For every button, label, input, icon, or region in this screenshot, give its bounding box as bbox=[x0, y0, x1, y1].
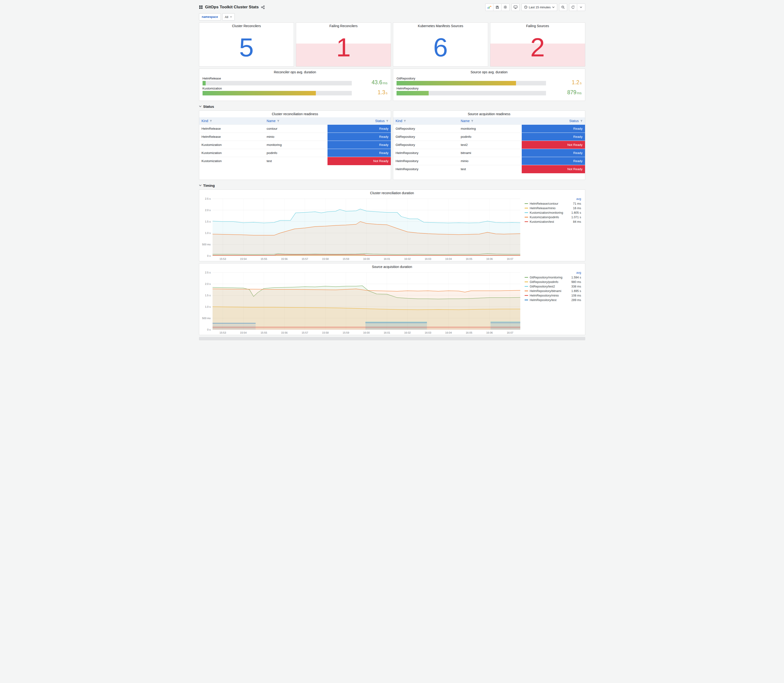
legend-item[interactable]: HelmRepository/test289 ms bbox=[524, 298, 581, 302]
column-header-name[interactable]: Name bbox=[264, 117, 327, 125]
legend-avg-header[interactable]: avg bbox=[524, 271, 581, 274]
series-color-swatch bbox=[524, 286, 528, 287]
svg-text:16:04: 16:04 bbox=[445, 258, 452, 260]
svg-text:16:01: 16:01 bbox=[383, 331, 390, 334]
cell-kind: HelmRepository bbox=[393, 165, 459, 173]
timeseries-plot[interactable]: 15:5315:5415:5515:5615:5715:5815:5916:00… bbox=[199, 270, 524, 335]
next-row-edge-strip bbox=[199, 337, 585, 340]
svg-text:15:55: 15:55 bbox=[260, 258, 267, 260]
legend-item[interactable]: GitRepository/monitoring1.594 s bbox=[524, 275, 581, 280]
panel-title[interactable]: Cluster reconciliation duration bbox=[199, 190, 585, 196]
gauge-label: HelmRepository bbox=[396, 87, 546, 90]
add-panel-button[interactable] bbox=[485, 3, 494, 11]
save-dashboard-button[interactable] bbox=[494, 3, 502, 11]
column-header-status[interactable]: Status bbox=[327, 117, 391, 125]
dashboard-title: GitOps Toolkit Cluster Stats bbox=[205, 5, 259, 10]
panel-title[interactable]: Source acquisition duration bbox=[199, 263, 585, 270]
svg-text:16:07: 16:07 bbox=[507, 258, 513, 260]
cell-kind: HelmRepository bbox=[393, 149, 459, 157]
legend-item[interactable]: HelmRelease/contour71 ms bbox=[524, 201, 581, 206]
status-badge: Ready bbox=[522, 125, 585, 133]
status-badge: Not Ready bbox=[327, 157, 391, 165]
svg-text:16:02: 16:02 bbox=[404, 258, 411, 260]
stat-value: 1 bbox=[296, 28, 391, 66]
panel-title[interactable]: Source acquisition readiness bbox=[393, 111, 585, 117]
tv-mode-button[interactable] bbox=[511, 3, 519, 11]
section-row-status[interactable]: Status bbox=[199, 103, 585, 110]
svg-text:500 ms: 500 ms bbox=[202, 243, 211, 246]
chart-legend: avg GitRepository/monitoring1.594 s GitR… bbox=[524, 270, 585, 335]
cell-name: test2 bbox=[459, 141, 522, 149]
gauge-label: Kustomization bbox=[202, 87, 352, 90]
gauge-panel-reconciler-ops: Reconciler ops avg. duration HelmRelease… bbox=[199, 69, 391, 101]
column-header-kind[interactable]: Kind bbox=[393, 117, 459, 125]
legend-item[interactable]: Kustomization/podinfo1.071 s bbox=[524, 215, 581, 220]
status-badge: Ready bbox=[327, 133, 391, 141]
chevron-down-icon bbox=[199, 106, 202, 107]
table-row: HelmRepositoryminioReady bbox=[393, 157, 585, 165]
zoom-out-time-button[interactable] bbox=[559, 3, 567, 11]
gauge-track bbox=[202, 81, 352, 85]
dashboard-header: GitOps Toolkit Cluster Stats bbox=[199, 2, 585, 12]
dashboard-grid-icon[interactable] bbox=[199, 5, 203, 9]
svg-text:16:00: 16:00 bbox=[363, 258, 370, 260]
series-color-swatch bbox=[524, 300, 528, 300]
table-panel-cluster-readiness: Cluster reconciliation readiness Kind Na… bbox=[199, 111, 391, 180]
svg-text:15:56: 15:56 bbox=[281, 331, 287, 334]
refresh-interval-dropdown[interactable] bbox=[577, 3, 585, 11]
share-icon[interactable] bbox=[261, 5, 265, 9]
cell-kind: Kustomization bbox=[199, 157, 265, 165]
svg-text:16:01: 16:01 bbox=[383, 258, 390, 260]
cell-name: test bbox=[459, 165, 522, 173]
stat-panel-failing-sources: Failing Sources 2 bbox=[490, 22, 585, 67]
svg-text:16:05: 16:05 bbox=[465, 258, 472, 260]
filter-icon bbox=[277, 120, 279, 122]
stat-panel-failing-reconcilers: Failing Reconcilers 1 bbox=[296, 22, 391, 67]
readiness-table: Kind Name Status HelmReleasecontourReady… bbox=[199, 117, 391, 165]
chart-legend: avg HelmRelease/contour71 ms HelmRelease… bbox=[524, 196, 585, 261]
column-header-status[interactable]: Status bbox=[522, 117, 585, 125]
svg-text:16:07: 16:07 bbox=[507, 331, 513, 334]
timeseries-plot[interactable]: 15:5315:5415:5515:5615:5715:5815:5916:00… bbox=[199, 196, 524, 261]
gauge-track bbox=[202, 91, 352, 95]
gauge-fill bbox=[396, 91, 429, 95]
legend-item[interactable]: Kustomization/monitoring1.605 s bbox=[524, 210, 581, 215]
table-row: GitRepositorypodinfoReady bbox=[393, 133, 585, 141]
cell-name: minio bbox=[264, 133, 327, 141]
table-row: KustomizationtestNot Ready bbox=[199, 157, 391, 165]
cell-name: minio bbox=[459, 157, 522, 165]
column-header-name[interactable]: Name bbox=[459, 117, 522, 125]
legend-item[interactable]: GitRepository/podinfo980 ms bbox=[524, 280, 581, 284]
filter-icon bbox=[471, 120, 473, 122]
cell-kind: Kustomization bbox=[199, 141, 265, 149]
svg-text:16:06: 16:06 bbox=[486, 331, 493, 334]
svg-text:1.0 s: 1.0 s bbox=[205, 232, 211, 234]
svg-text:16:05: 16:05 bbox=[465, 331, 472, 334]
namespace-variable-select[interactable]: All bbox=[222, 13, 235, 21]
time-range-picker[interactable]: Last 15 minutes bbox=[521, 3, 557, 11]
panel-title[interactable]: Cluster reconciliation readiness bbox=[199, 111, 391, 117]
legend-item[interactable]: HelmRepository/minio108 ms bbox=[524, 293, 581, 298]
panel-title[interactable]: Reconciler ops avg. duration bbox=[199, 69, 391, 75]
section-row-timing[interactable]: Timing bbox=[199, 182, 585, 189]
legend-item[interactable]: GitRepository/test2338 ms bbox=[524, 284, 581, 289]
series-color-swatch bbox=[524, 277, 528, 278]
svg-text:16:00: 16:00 bbox=[363, 331, 370, 334]
gear-icon bbox=[503, 5, 507, 9]
section-label: Status bbox=[203, 104, 214, 109]
time-range-label: Last 15 minutes bbox=[529, 5, 551, 9]
legend-item[interactable]: HelmRelease/minio16 ms bbox=[524, 206, 581, 210]
chevron-down-icon bbox=[552, 6, 555, 8]
svg-text:15:57: 15:57 bbox=[301, 258, 308, 260]
svg-text:15:59: 15:59 bbox=[343, 331, 349, 334]
gauge-label: GitRepository bbox=[396, 77, 546, 80]
svg-text:2.0 s: 2.0 s bbox=[205, 209, 211, 212]
cell-name: bitnami bbox=[459, 149, 522, 157]
legend-avg-header[interactable]: avg bbox=[524, 197, 581, 200]
dashboard-settings-button[interactable] bbox=[502, 3, 510, 11]
column-header-kind[interactable]: Kind bbox=[199, 117, 265, 125]
refresh-button[interactable] bbox=[569, 3, 577, 11]
panel-title[interactable]: Source ops avg. duration bbox=[393, 69, 585, 75]
legend-item[interactable]: Kustomization/test84 ms bbox=[524, 220, 581, 224]
legend-item[interactable]: HelmRepository/bitnami1.695 s bbox=[524, 289, 581, 293]
